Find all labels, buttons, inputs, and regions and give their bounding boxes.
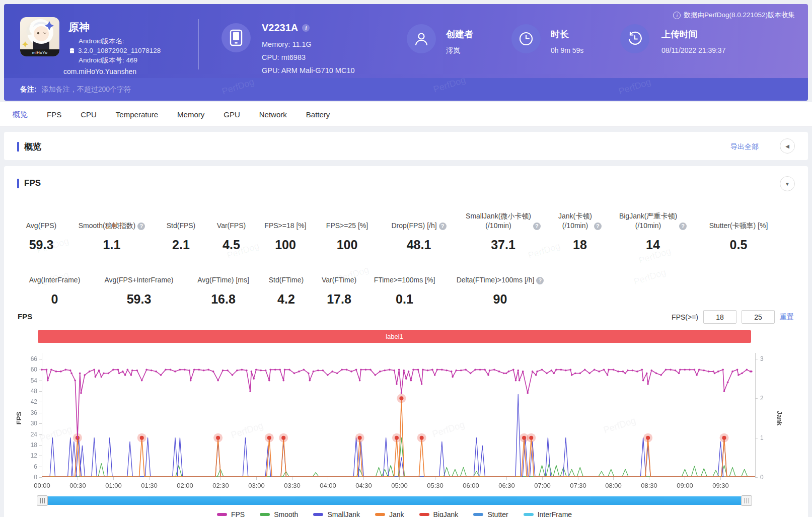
duration-icon <box>511 24 541 53</box>
legend-item-jank[interactable]: Jank <box>375 510 404 517</box>
tab-temperature[interactable]: Temperature <box>116 110 158 119</box>
tab-bar: 概览FPSCPUTemperatureMemoryGPUNetworkBatte… <box>0 102 812 127</box>
stat-label: Smooth(稳帧指数) <box>79 221 136 231</box>
fps-threshold-max-input[interactable] <box>742 310 775 324</box>
upload-time-value: 08/11/2022 21:39:37 <box>661 46 725 54</box>
help-icon[interactable]: ? <box>594 223 602 230</box>
info-icon: i <box>673 12 681 19</box>
app-icon-caption: miHoYo <box>20 49 59 56</box>
stat-label: Avg(FPS) <box>26 221 56 231</box>
help-icon[interactable]: ? <box>536 277 544 284</box>
device-cpu: CPU: mt6983 <box>262 53 306 61</box>
chart-band-label: label1 <box>38 330 751 343</box>
note-label: 备注: <box>20 85 37 94</box>
legend-label: FPS <box>231 510 245 517</box>
stat-delta-ftime-100ms-h: Delta(FTime)>100ms [/h]?90 <box>444 265 557 307</box>
phone-icon <box>222 23 251 52</box>
legend-item-interframe[interactable]: InterFrame <box>524 510 572 517</box>
note-input[interactable]: 备注: 添加备注，不超过200个字符 <box>4 78 808 101</box>
stat-label: FTime>=100ms [%] <box>374 275 435 285</box>
tab-battery[interactable]: Battery <box>306 110 330 119</box>
tab-gpu[interactable]: GPU <box>224 110 240 119</box>
tab-fps[interactable]: FPS <box>47 110 61 119</box>
stat-value: 100 <box>275 238 296 252</box>
stat-value: 37.1 <box>491 238 515 252</box>
stat-jank-卡顿: Jank(卡顿) (/10min)?18 <box>550 210 610 252</box>
tab-cpu[interactable]: CPU <box>81 110 97 119</box>
help-icon[interactable]: ? <box>679 223 687 230</box>
stat-value: 17.8 <box>327 292 351 307</box>
stat-drop-fps-h: Drop(FPS) [/h]?48.1 <box>381 210 457 252</box>
legend-label: InterFrame <box>538 510 572 517</box>
chart-scrollbar[interactable] <box>38 496 751 505</box>
legend-label: Jank <box>389 510 404 517</box>
reset-link[interactable]: 重置 <box>780 313 794 322</box>
stat-value: 48.1 <box>407 238 431 252</box>
tab-概览[interactable]: 概览 <box>13 110 28 119</box>
android-icon <box>68 47 76 54</box>
stat-smalljank-微小卡顿: SmallJank(微小卡顿) (/10min)?37.1 <box>462 210 545 252</box>
export-all-link[interactable]: 导出全部 <box>730 142 759 152</box>
legend-item-smooth[interactable]: Smooth <box>260 510 298 517</box>
legend-swatch <box>260 513 270 516</box>
legend-item-fps[interactable]: FPS <box>217 510 245 517</box>
device-model: V2231A <box>262 22 298 34</box>
collect-info: i 数据由PerfDog(8.0.221052)版本收集 <box>673 11 795 20</box>
scrollbar-left-handle[interactable] <box>37 495 48 506</box>
stat-value: 100 <box>337 238 358 252</box>
header-divider <box>198 19 199 69</box>
device-memory: Memory: 11.1G <box>262 40 312 48</box>
legend-item-bigjank[interactable]: BigJank <box>419 510 459 517</box>
help-icon[interactable]: ? <box>439 223 447 230</box>
stat-std-ftime: Std(FTime)4.2 <box>261 265 312 307</box>
legend-item-stutter[interactable]: Stutter <box>473 510 508 517</box>
stat-stutter-卡顿率: Stutter(卡顿率) [%]0.5 <box>696 210 781 252</box>
fps-card: FPS ▼ Avg(FPS)59.3Smooth(稳帧指数)?1.1Std(FP… <box>4 166 808 517</box>
overview-collapse-button[interactable]: ◀ <box>780 138 795 154</box>
tab-memory[interactable]: Memory <box>177 110 204 119</box>
legend-swatch <box>217 513 227 516</box>
duration-label: 时长 <box>551 28 569 40</box>
stat-value: 59.3 <box>127 292 152 307</box>
android-version-name-label: Android版本名: <box>68 36 161 46</box>
stat-value: 1.1 <box>103 238 121 252</box>
legend-label: BigJank <box>433 510 459 517</box>
stat-value: 18 <box>573 238 587 252</box>
fps-filter-label: FPS(>=) <box>672 313 698 321</box>
help-icon[interactable]: ? <box>533 223 541 230</box>
creator-value: 澪岚 <box>446 46 460 55</box>
fps-chart-label: FPS <box>18 312 32 321</box>
fps-chart-canvas[interactable] <box>11 343 787 492</box>
stat-fps-25: FPS>=25 [%]100 <box>318 210 376 252</box>
stat-label: Std(FPS) <box>167 221 196 231</box>
stat-value: 16.8 <box>211 292 236 307</box>
stat-avg-fps-interframe: Avg(FPS+InterFrame)59.3 <box>93 265 186 307</box>
stat-value: 14 <box>646 238 660 252</box>
fps-threshold-min-input[interactable] <box>703 310 736 324</box>
stat-smooth-稳帧指数: Smooth(稳帧指数)?1.1 <box>71 210 152 252</box>
legend-swatch <box>524 513 534 516</box>
device-info-icon[interactable]: i <box>302 24 310 32</box>
fps-stats-row-2: Avg(InterFrame)0Avg(FPS+InterFrame)59.3A… <box>18 265 557 307</box>
android-version-name: 3.2.0_10872902_11078128 <box>78 46 161 55</box>
stat-value: 0.5 <box>730 238 748 252</box>
legend-swatch <box>313 513 323 516</box>
stat-label: Var(FTime) <box>322 275 356 285</box>
overview-title: 概览 <box>24 141 41 153</box>
help-icon[interactable]: ? <box>137 223 145 230</box>
legend-item-smalljank[interactable]: SmallJank <box>313 510 360 517</box>
stat-label: Avg(InterFrame) <box>29 275 81 285</box>
tab-network[interactable]: Network <box>259 110 287 119</box>
section-accent-bar <box>17 142 19 152</box>
stat-ftime-100ms: FTime>=100ms [%]0.1 <box>367 265 442 307</box>
fps-filter: FPS(>=) 重置 <box>672 310 794 324</box>
scrollbar-right-handle[interactable] <box>741 495 752 506</box>
overview-card: 概览 导出全部 ◀ <box>4 132 808 160</box>
legend-swatch <box>419 513 429 516</box>
app-icon: miHoYo <box>20 17 59 56</box>
fps-collapse-button[interactable]: ▼ <box>780 176 795 191</box>
stat-label: FPS>=18 [%] <box>264 221 306 231</box>
app-name: 原神 <box>68 20 90 34</box>
stat-fps-18: FPS>=18 [%]100 <box>258 210 313 252</box>
stat-label: Avg(FPS+InterFrame) <box>104 275 173 285</box>
